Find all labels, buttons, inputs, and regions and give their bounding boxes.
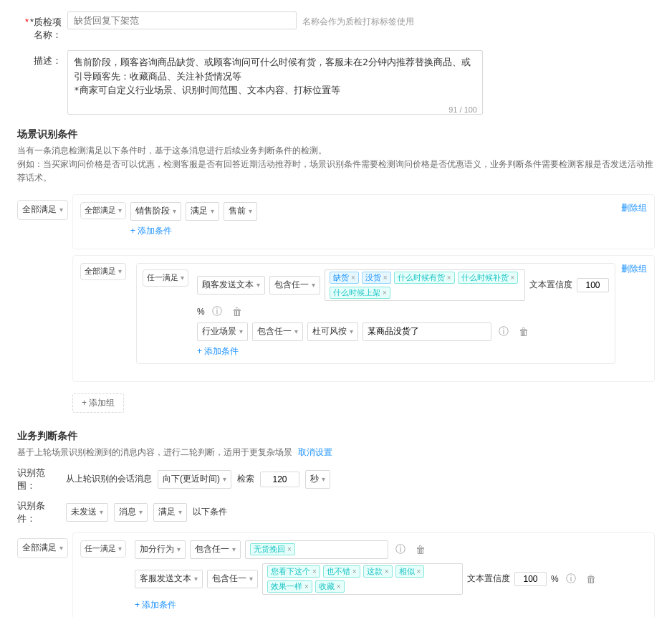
recognition-condition-row: 识别条件： 未发送 ▾ 消息 ▾ 满足 ▾ 以下条件 (17, 499, 655, 525)
rec-cond-label: 识别条件： (17, 499, 60, 525)
group2-outer-row: 全部满足 ▾ 任一满足 ▾ (80, 263, 647, 370)
scene-section-desc: 当有一条消息检测满足以下条件时，基于这条消息进行后续业务判断条件的检测。 例如：… (17, 144, 655, 186)
cancel-settings-btn[interactable]: 取消设置 (298, 446, 332, 459)
group2-satisfy-select[interactable]: 任一满足 ▾ (143, 269, 188, 287)
biz-r2-tags[interactable]: 您看下这个 × 也不错 × 这款 × 相似 × 效果一样 × 收藏 × (262, 563, 463, 595)
name-label: *质检项名称： (17, 11, 67, 42)
desc-row: 描述： 售前阶段，顾客咨询商品缺货、或顾客询问可什么时候有货，客服未在2分钟内推… (17, 50, 655, 117)
outer-condition-block: 全部满足 ▾ 全部满足 ▾ 销售阶段 ▾ 满足 (17, 194, 655, 413)
tag-meihuo: 没货 × (362, 272, 391, 284)
rec-check-label: 检索 (237, 473, 254, 485)
biz-info-icon2[interactable]: ⓘ (563, 573, 579, 585)
rec-direction-select[interactable]: 向下(更近时间) ▾ (158, 470, 231, 489)
name-input[interactable] (67, 11, 297, 29)
group2-add-condition-btn[interactable]: + 添加条件 (197, 345, 609, 358)
biz-delete-icon2[interactable]: 🗑 (583, 573, 599, 585)
info-icon1[interactable]: ⓘ (209, 305, 225, 318)
rec-scope-label: 识别范围： (17, 467, 60, 492)
tag-wuhuowanhu: 无货挽回 × (250, 543, 295, 555)
group1-row: 全部满足 ▾ 销售阶段 ▾ 满足 ▾ 售前 (80, 202, 647, 237)
group2-block: 全部满足 ▾ 任一满足 ▾ (72, 255, 655, 382)
biz-delete-icon1[interactable]: 🗑 (413, 544, 428, 555)
group2-r1-col1[interactable]: 顾客发送文本 ▾ (197, 276, 265, 295)
group2-r2-col3[interactable]: 杜可风按 ▾ (307, 322, 358, 341)
inner-groups-container: 全部满足 ▾ 销售阶段 ▾ 满足 ▾ 售前 (72, 194, 655, 413)
group1-satisfy-select[interactable]: 全部满足 ▾ (80, 202, 126, 219)
group1-col2-select[interactable]: 满足 ▾ (186, 202, 219, 221)
desc-wrapper: 售前阶段，顾客咨询商品缺货、或顾客询问可什么时候有货，客服未在2分钟内推荐替换商… (67, 50, 483, 117)
tag-shimeixiangjia: 什么时候上架 × (330, 287, 390, 299)
delete-icon2[interactable]: 🗑 (516, 326, 532, 338)
group2-cond-row2: 行业场景 ▾ 包含任一 ▾ 杜可风按 ▾ (197, 322, 609, 341)
group2-conditions-container: 顾客发送文本 ▾ 包含任一 ▾ 缺货 × 没货 (197, 269, 609, 358)
group2-inner-row: 任一满足 ▾ 顾客发送文本 ▾ (143, 269, 609, 358)
rec-cond-col4: 以下条件 (193, 506, 227, 518)
biz-add-condition-btn[interactable]: + 添加条件 (135, 599, 647, 611)
group2-r1-col2[interactable]: 包含任一 ▾ (269, 276, 320, 295)
tag-quehuo: 缺货 × (330, 272, 359, 284)
biz-group1-block: 任一满足 ▾ 加分行为 ▾ 包含任一 ▾ (72, 532, 655, 617)
add-group-btn[interactable]: + 添加组 (72, 393, 124, 413)
scene-section-title: 场景识别条件 (17, 128, 655, 141)
group1-block: 全部满足 ▾ 销售阶段 ▾ 满足 ▾ 售前 (72, 194, 655, 249)
rec-cond-col1[interactable]: 未发送 ▾ (66, 503, 108, 522)
biz-r2-col2[interactable]: 包含任一 ▾ (207, 570, 258, 588)
char-count: 91 / 100 (448, 105, 477, 114)
desc-label: 描述： (17, 50, 67, 67)
biz-section-title: 业务判断条件 (17, 430, 655, 443)
group2-r2-text-input[interactable] (363, 322, 491, 341)
biz-inner-groups: 任一满足 ▾ 加分行为 ▾ 包含任一 ▾ (72, 532, 655, 617)
biz-conditions-container: 加分行为 ▾ 包含任一 ▾ 无货挽回 × ⓘ 🗑 (135, 540, 647, 611)
biz-r1-col1[interactable]: 加分行为 ▾ (135, 540, 186, 559)
group1-cond-row1: 销售阶段 ▾ 满足 ▾ 售前 ▾ (130, 202, 615, 221)
desc-textarea[interactable]: 售前阶段，顾客咨询商品缺货、或顾客询问可什么时候有货，客服未在2分钟内推荐替换商… (67, 50, 483, 115)
outer-satisfy-select[interactable]: 全部满足 ▾ (17, 200, 68, 220)
group1-col1-select[interactable]: 销售阶段 ▾ (130, 202, 181, 221)
biz-section-desc: 基于上轮场景识别检测到的消息内容，进行二轮判断，适用于更复杂场景 (17, 446, 292, 459)
name-hint: 名称会作为质检打标标签使用 (297, 11, 414, 28)
rec-unit-select[interactable]: 秒 ▾ (305, 470, 330, 489)
group2-r2-col2[interactable]: 包含任一 ▾ (252, 322, 303, 341)
rec-check-value[interactable] (260, 472, 299, 487)
biz-cond-row1: 加分行为 ▾ 包含任一 ▾ 无货挽回 × ⓘ 🗑 (135, 540, 647, 559)
group2-cond-row1: 顾客发送文本 ▾ 包含任一 ▾ 缺货 × 没货 (197, 269, 609, 318)
biz-outer-condition-block: 全部满足 ▾ 任一满足 ▾ 加分行为 ▾ (17, 532, 655, 617)
group1-arrow: ▾ (118, 206, 122, 214)
name-row: *质检项名称： 名称会作为质检打标标签使用 (17, 11, 655, 42)
group1-add-condition-btn[interactable]: + 添加条件 (130, 225, 615, 237)
biz-group1-satisfy[interactable]: 任一满足 ▾ (80, 540, 126, 558)
tag-shimeibuhuo: 什么时候补货 × (458, 272, 519, 284)
group1-col3-select[interactable]: 售前 ▾ (224, 202, 257, 221)
rec-cond-col3[interactable]: 满足 ▾ (153, 503, 187, 522)
biz-section-desc-row: 基于上轮场景识别检测到的消息内容，进行二轮判断，适用于更复杂场景 取消设置 (17, 446, 655, 459)
group2-delete-btn[interactable]: 删除组 (621, 263, 647, 275)
group2-outer-satisfy[interactable]: 全部满足 ▾ (80, 263, 126, 280)
rec-from-label: 从上轮识别的会话消息 (66, 473, 152, 485)
biz-similarity-input[interactable] (514, 572, 547, 586)
group2-r1-tags[interactable]: 缺货 × 没货 × 什么时候有货 × 什么时候补货 × 什么时候上架 × (325, 269, 525, 301)
info-icon2[interactable]: ⓘ (496, 325, 512, 338)
biz-similarity-label: 文本置信度 (467, 573, 510, 585)
similarity-input1[interactable] (577, 278, 609, 292)
tag-yebucuo: 也不错 × (323, 565, 360, 578)
similarity-label1: 文本置信度 (529, 279, 572, 291)
biz-r1-col2[interactable]: 包含任一 ▾ (190, 540, 241, 559)
group1-conditions: 销售阶段 ▾ 满足 ▾ 售前 ▾ + 添加条件 (130, 202, 615, 237)
delete-icon1[interactable]: 🗑 (229, 306, 245, 317)
biz-info-icon1[interactable]: ⓘ (393, 543, 408, 556)
biz-group1-row: 任一满足 ▾ 加分行为 ▾ 包含任一 ▾ (80, 540, 647, 611)
tag-xiaoguoyiyang: 效果一样 × (267, 580, 312, 593)
biz-r1-tags[interactable]: 无货挽回 × (245, 540, 388, 559)
group2-r2-col1[interactable]: 行业场景 ▾ (197, 322, 248, 341)
tag-zhekuan: 这款 × (363, 565, 393, 578)
recognition-scope-row: 识别范围： 从上轮识别的会话消息 向下(更近时间) ▾ 检索 秒 ▾ (17, 467, 655, 492)
tag-xiansi: 相似 × (395, 565, 425, 578)
tag-shimeiyouhuo: 什么时候有货 × (394, 272, 455, 284)
group1-delete-btn[interactable]: 删除组 (621, 202, 647, 214)
biz-outer-satisfy-select[interactable]: 全部满足 ▾ (17, 538, 68, 558)
tag-ninkanzhe: 您看下这个 × (267, 565, 320, 578)
biz-cond-row2: 客服发送文本 ▾ 包含任一 ▾ 您看下这个 × 也不错 × 这款 × 相似 × (135, 563, 647, 595)
rec-cond-col2[interactable]: 消息 ▾ (114, 503, 148, 522)
group2-inner-content: 任一满足 ▾ 顾客发送文本 ▾ (130, 263, 615, 370)
biz-r2-col1[interactable]: 客服发送文本 ▾ (135, 570, 203, 588)
